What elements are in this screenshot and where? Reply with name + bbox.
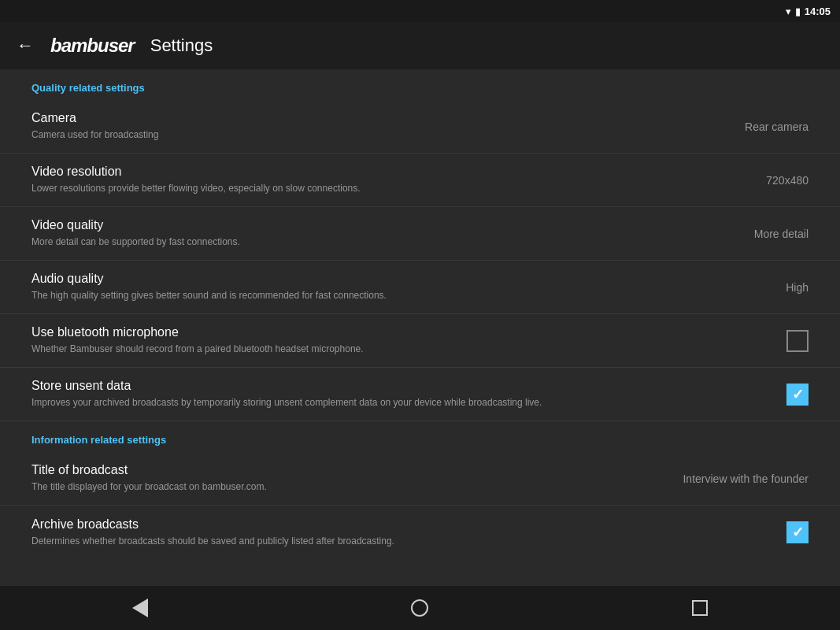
setting-value-camera: Rear camera xyxy=(745,120,809,133)
nav-bar xyxy=(0,586,840,630)
app-bar: ← bambuser Settings xyxy=(0,22,840,69)
setting-left-bluetooth-mic: Use bluetooth microphoneWhether Bambuser… xyxy=(31,325,786,356)
setting-row-store-unsent[interactable]: Store unsent dataImproves your archived … xyxy=(0,368,840,421)
status-time: 14:05 xyxy=(805,6,831,17)
status-bar: ▾ ▮ 14:05 xyxy=(0,0,840,22)
battery-icon: ▮ xyxy=(795,6,801,17)
wifi-icon: ▾ xyxy=(786,6,791,17)
setting-left-audio-quality: Audio qualityThe high quality setting gi… xyxy=(31,272,786,302)
setting-row-audio-quality[interactable]: Audio qualityThe high quality setting gi… xyxy=(0,261,840,314)
setting-row-title-broadcast[interactable]: Title of broadcastThe title displayed fo… xyxy=(0,452,840,506)
setting-desc-bluetooth-mic: Whether Bambuser should record from a pa… xyxy=(31,343,771,356)
status-icons: ▾ ▮ 14:05 xyxy=(786,6,831,17)
section-header-information: Information related settings xyxy=(0,421,840,452)
setting-row-archive-broadcasts[interactable]: Archive broadcastsDetermines whether bro… xyxy=(0,506,840,559)
setting-row-video-quality[interactable]: Video qualityMore detail can be supporte… xyxy=(0,207,840,261)
setting-desc-camera: Camera used for broadcasting xyxy=(31,128,729,142)
setting-left-archive-broadcasts: Archive broadcastsDetermines whether bro… xyxy=(31,517,786,548)
setting-checkbox-store-unsent[interactable] xyxy=(786,384,809,406)
app-logo: bambuser xyxy=(50,35,135,57)
setting-left-video-resolution: Video resolutionLower resolutions provid… xyxy=(31,165,766,195)
setting-value-audio-quality: High xyxy=(786,281,809,294)
settings-content: Quality related settingsCameraCamera use… xyxy=(0,69,840,586)
setting-row-video-resolution[interactable]: Video resolutionLower resolutions provid… xyxy=(0,154,840,207)
app-title: Settings xyxy=(150,35,213,56)
setting-checkbox-archive-broadcasts[interactable] xyxy=(786,521,809,543)
setting-desc-store-unsent: Improves your archived broadcasts by tem… xyxy=(31,396,771,410)
setting-desc-video-quality: More detail can be supported by fast con… xyxy=(31,235,738,249)
nav-home-button[interactable] xyxy=(396,592,443,624)
setting-title-camera: Camera xyxy=(31,111,729,125)
nav-back-icon xyxy=(132,598,148,617)
setting-value-video-resolution: 720x480 xyxy=(766,174,809,187)
nav-recent-icon xyxy=(692,600,708,616)
setting-left-store-unsent: Store unsent dataImproves your archived … xyxy=(31,379,786,410)
setting-desc-video-resolution: Lower resolutions provide better flowing… xyxy=(31,182,750,195)
setting-left-title-broadcast: Title of broadcastThe title displayed fo… xyxy=(31,463,683,494)
section-header-quality: Quality related settings xyxy=(0,69,840,100)
setting-checkbox-bluetooth-mic[interactable] xyxy=(786,330,809,352)
setting-row-bluetooth-mic[interactable]: Use bluetooth microphoneWhether Bambuser… xyxy=(0,314,840,368)
setting-title-audio-quality: Audio quality xyxy=(31,272,770,286)
setting-title-archive-broadcasts: Archive broadcasts xyxy=(31,517,771,532)
setting-title-video-quality: Video quality xyxy=(31,218,738,232)
setting-left-video-quality: Video qualityMore detail can be supporte… xyxy=(31,218,754,249)
back-button[interactable]: ← xyxy=(13,35,38,56)
setting-title-video-resolution: Video resolution xyxy=(31,165,750,179)
nav-back-button[interactable] xyxy=(117,592,164,624)
setting-title-store-unsent: Store unsent data xyxy=(31,379,771,393)
setting-desc-title-broadcast: The title displayed for your broadcast o… xyxy=(31,480,667,494)
setting-desc-archive-broadcasts: Determines whether broadcasts should be … xyxy=(31,535,771,548)
setting-title-title-broadcast: Title of broadcast xyxy=(31,463,667,477)
nav-home-icon xyxy=(411,599,428,617)
setting-title-bluetooth-mic: Use bluetooth microphone xyxy=(31,325,771,339)
nav-recent-button[interactable] xyxy=(676,592,723,624)
setting-left-camera: CameraCamera used for broadcasting xyxy=(31,111,745,142)
setting-value-title-broadcast: Interview with the founder xyxy=(683,472,809,485)
setting-desc-audio-quality: The high quality setting gives better so… xyxy=(31,289,770,302)
setting-row-camera[interactable]: CameraCamera used for broadcastingRear c… xyxy=(0,100,840,154)
setting-value-video-quality: More detail xyxy=(754,228,809,240)
